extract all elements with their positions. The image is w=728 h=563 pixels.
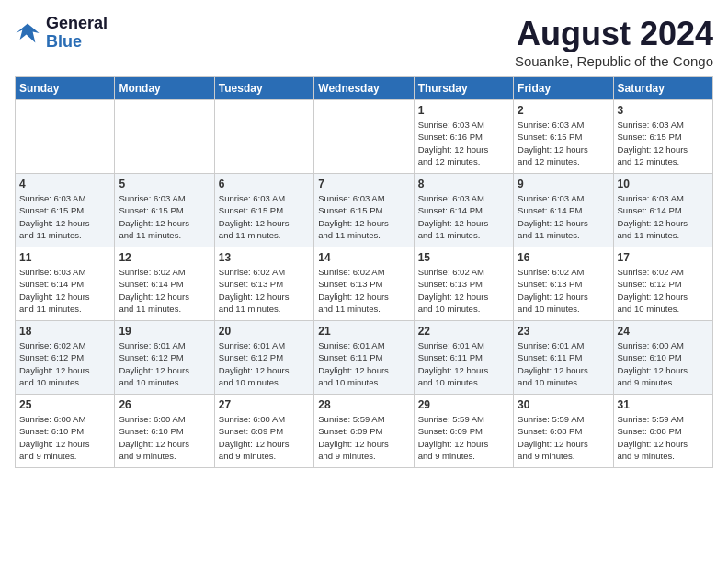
table-cell: 11Sunrise: 6:03 AM Sunset: 6:14 PM Dayli… [16, 247, 115, 321]
logo-blue: Blue [46, 33, 108, 52]
day-info: Sunrise: 6:03 AM Sunset: 6:15 PM Dayligh… [518, 119, 609, 167]
table-cell: 12Sunrise: 6:02 AM Sunset: 6:14 PM Dayli… [115, 247, 214, 321]
day-info: Sunrise: 6:02 AM Sunset: 6:13 PM Dayligh… [518, 266, 609, 315]
day-info: Sunrise: 6:03 AM Sunset: 6:16 PM Dayligh… [418, 119, 509, 167]
week-row-1: 1Sunrise: 6:03 AM Sunset: 6:16 PM Daylig… [16, 100, 713, 174]
table-cell: 3Sunrise: 6:03 AM Sunset: 6:15 PM Daylig… [613, 100, 712, 174]
day-info: Sunrise: 6:00 AM Sunset: 6:10 PM Dayligh… [618, 339, 709, 388]
table-cell: 18Sunrise: 6:02 AM Sunset: 6:12 PM Dayli… [16, 321, 115, 395]
table-cell: 27Sunrise: 6:00 AM Sunset: 6:09 PM Dayli… [214, 395, 313, 468]
day-info: Sunrise: 6:03 AM Sunset: 6:15 PM Dayligh… [219, 192, 310, 241]
day-info: Sunrise: 6:01 AM Sunset: 6:12 PM Dayligh… [219, 339, 310, 388]
day-info: Sunrise: 6:03 AM Sunset: 6:15 PM Dayligh… [119, 192, 210, 241]
calendar-header-row: SundayMondayTuesdayWednesdayThursdayFrid… [16, 77, 713, 100]
day-info: Sunrise: 6:03 AM Sunset: 6:14 PM Dayligh… [19, 266, 110, 315]
table-cell: 10Sunrise: 6:03 AM Sunset: 6:14 PM Dayli… [613, 174, 712, 247]
day-info: Sunrise: 6:02 AM Sunset: 6:13 PM Dayligh… [219, 266, 310, 315]
table-cell: 26Sunrise: 6:00 AM Sunset: 6:10 PM Dayli… [115, 395, 214, 468]
day-info: Sunrise: 6:03 AM Sunset: 6:14 PM Dayligh… [518, 192, 609, 241]
day-number: 6 [219, 178, 310, 190]
day-number: 18 [19, 325, 110, 338]
day-number: 14 [318, 251, 409, 264]
table-cell: 30Sunrise: 5:59 AM Sunset: 6:08 PM Dayli… [514, 395, 613, 468]
table-cell: 6Sunrise: 6:03 AM Sunset: 6:15 PM Daylig… [214, 174, 313, 247]
day-info: Sunrise: 6:03 AM Sunset: 6:14 PM Dayligh… [618, 192, 709, 241]
header-saturday: Saturday [613, 77, 712, 100]
table-cell [214, 100, 313, 174]
table-cell: 16Sunrise: 6:02 AM Sunset: 6:13 PM Dayli… [514, 247, 613, 321]
logo-text: General Blue [46, 15, 108, 52]
day-number: 21 [318, 325, 409, 338]
day-info: Sunrise: 6:00 AM Sunset: 6:10 PM Dayligh… [119, 413, 210, 462]
logo: General Blue [15, 15, 108, 52]
table-cell: 4Sunrise: 6:03 AM Sunset: 6:15 PM Daylig… [16, 174, 115, 247]
day-info: Sunrise: 6:02 AM Sunset: 6:14 PM Dayligh… [119, 266, 210, 315]
day-number: 20 [219, 325, 310, 338]
week-row-3: 11Sunrise: 6:03 AM Sunset: 6:14 PM Dayli… [16, 247, 713, 321]
day-info: Sunrise: 6:01 AM Sunset: 6:12 PM Dayligh… [119, 339, 210, 388]
day-number: 28 [318, 398, 409, 411]
day-info: Sunrise: 6:02 AM Sunset: 6:12 PM Dayligh… [618, 266, 709, 315]
table-cell: 1Sunrise: 6:03 AM Sunset: 6:16 PM Daylig… [414, 100, 513, 174]
table-cell: 31Sunrise: 5:59 AM Sunset: 6:08 PM Dayli… [613, 395, 712, 468]
day-number: 3 [618, 104, 709, 117]
svg-marker-0 [16, 23, 39, 42]
day-number: 13 [219, 251, 310, 264]
week-row-4: 18Sunrise: 6:02 AM Sunset: 6:12 PM Dayli… [16, 321, 713, 395]
table-cell: 29Sunrise: 5:59 AM Sunset: 6:09 PM Dayli… [414, 395, 513, 468]
day-info: Sunrise: 6:03 AM Sunset: 6:14 PM Dayligh… [418, 192, 509, 241]
table-cell: 22Sunrise: 6:01 AM Sunset: 6:11 PM Dayli… [414, 321, 513, 395]
week-row-2: 4Sunrise: 6:03 AM Sunset: 6:15 PM Daylig… [16, 174, 713, 247]
day-info: Sunrise: 5:59 AM Sunset: 6:09 PM Dayligh… [418, 413, 509, 462]
logo-bird-icon [15, 20, 40, 46]
header-monday: Monday [115, 77, 214, 100]
day-info: Sunrise: 6:01 AM Sunset: 6:11 PM Dayligh… [318, 339, 409, 388]
table-cell: 9Sunrise: 6:03 AM Sunset: 6:14 PM Daylig… [514, 174, 613, 247]
day-number: 10 [618, 178, 709, 190]
day-number: 11 [19, 251, 110, 264]
day-number: 19 [119, 325, 210, 338]
table-cell: 8Sunrise: 6:03 AM Sunset: 6:14 PM Daylig… [414, 174, 513, 247]
table-cell [16, 100, 115, 174]
header-tuesday: Tuesday [214, 77, 313, 100]
table-cell: 20Sunrise: 6:01 AM Sunset: 6:12 PM Dayli… [214, 321, 313, 395]
table-cell: 17Sunrise: 6:02 AM Sunset: 6:12 PM Dayli… [613, 247, 712, 321]
page-header: General Blue August 2024 Souanke, Republ… [15, 15, 713, 69]
day-number: 15 [418, 251, 509, 264]
day-number: 25 [19, 398, 110, 411]
day-info: Sunrise: 6:00 AM Sunset: 6:09 PM Dayligh… [219, 413, 310, 462]
title-block: August 2024 Souanke, Republic of the Con… [515, 15, 713, 69]
table-cell: 19Sunrise: 6:01 AM Sunset: 6:12 PM Dayli… [115, 321, 214, 395]
day-info: Sunrise: 6:01 AM Sunset: 6:11 PM Dayligh… [418, 339, 509, 388]
day-info: Sunrise: 6:00 AM Sunset: 6:10 PM Dayligh… [19, 413, 110, 462]
table-cell: 14Sunrise: 6:02 AM Sunset: 6:13 PM Dayli… [314, 247, 414, 321]
header-sunday: Sunday [16, 77, 115, 100]
table-cell [314, 100, 414, 174]
day-info: Sunrise: 6:03 AM Sunset: 6:15 PM Dayligh… [318, 192, 409, 241]
day-info: Sunrise: 6:02 AM Sunset: 6:13 PM Dayligh… [418, 266, 509, 315]
table-cell: 28Sunrise: 5:59 AM Sunset: 6:09 PM Dayli… [314, 395, 414, 468]
day-info: Sunrise: 6:02 AM Sunset: 6:12 PM Dayligh… [19, 339, 110, 388]
day-number: 5 [119, 178, 210, 190]
day-number: 23 [518, 325, 609, 338]
day-number: 29 [418, 398, 509, 411]
day-number: 27 [219, 398, 310, 411]
day-number: 8 [418, 178, 509, 190]
day-number: 9 [518, 178, 609, 190]
table-cell: 15Sunrise: 6:02 AM Sunset: 6:13 PM Dayli… [414, 247, 513, 321]
day-info: Sunrise: 5:59 AM Sunset: 6:08 PM Dayligh… [518, 413, 609, 462]
day-number: 31 [618, 398, 709, 411]
table-cell: 24Sunrise: 6:00 AM Sunset: 6:10 PM Dayli… [613, 321, 712, 395]
main-title: August 2024 [515, 15, 713, 53]
day-number: 16 [518, 251, 609, 264]
table-cell: 13Sunrise: 6:02 AM Sunset: 6:13 PM Dayli… [214, 247, 313, 321]
day-number: 22 [418, 325, 509, 338]
day-number: 26 [119, 398, 210, 411]
day-number: 2 [518, 104, 609, 117]
day-info: Sunrise: 5:59 AM Sunset: 6:08 PM Dayligh… [618, 413, 709, 462]
day-info: Sunrise: 6:03 AM Sunset: 6:15 PM Dayligh… [19, 192, 110, 241]
table-cell: 2Sunrise: 6:03 AM Sunset: 6:15 PM Daylig… [514, 100, 613, 174]
week-row-5: 25Sunrise: 6:00 AM Sunset: 6:10 PM Dayli… [16, 395, 713, 468]
day-number: 12 [119, 251, 210, 264]
day-info: Sunrise: 6:03 AM Sunset: 6:15 PM Dayligh… [618, 119, 709, 167]
